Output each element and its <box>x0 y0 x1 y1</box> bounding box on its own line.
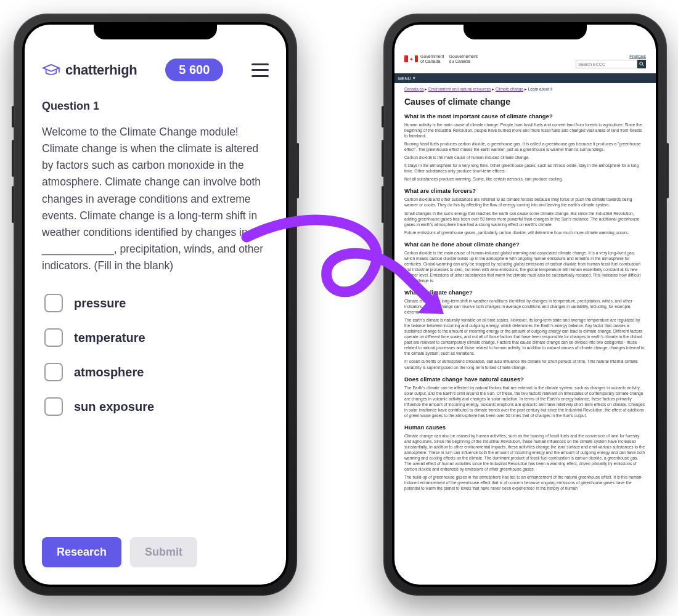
body-paragraph: Carbon dioxide is the main cause of huma… <box>404 250 646 283</box>
answer-option[interactable]: sun exposure <box>42 392 269 421</box>
section-heading: What are climate forcers? <box>404 187 646 194</box>
checkbox-icon[interactable] <box>44 328 63 347</box>
points-badge[interactable]: 5 600 <box>165 59 223 81</box>
body-paragraph: Carbon dioxide is the main cause of huma… <box>404 155 646 160</box>
body-paragraph: It stays in the atmosphere for a very lo… <box>404 163 646 174</box>
government-logo[interactable]: Government of Canada Gouvernement du Can… <box>404 54 478 63</box>
app-header: chatterhigh 5 600 <box>42 59 269 81</box>
brand-name: chatterhigh <box>65 62 137 78</box>
answer-option[interactable]: atmosphere <box>42 358 269 386</box>
search-button[interactable] <box>637 60 646 68</box>
section-heading: What is climate change? <box>404 289 646 296</box>
phone-side-button <box>12 140 14 177</box>
phone-notch <box>94 22 217 39</box>
question-text: Welcome to the Climate Change module! Cl… <box>42 124 269 274</box>
breadcrumb-link[interactable]: Climate change <box>496 87 523 91</box>
body-paragraph: Future emissions of greenhouse gases, pa… <box>404 230 646 235</box>
answer-option-label: sun exposure <box>74 400 154 414</box>
body-paragraph: Carbon dioxide and other substances are … <box>404 197 646 208</box>
phone-mockup-left: chatterhigh 5 600 Question 1 Welcome to … <box>14 14 297 596</box>
hamburger-menu-icon[interactable] <box>251 63 269 77</box>
language-toggle-link[interactable]: Français <box>576 54 646 59</box>
gov-name-en: Government of Canada <box>420 54 444 63</box>
phone-notch <box>464 22 587 39</box>
body-paragraph: Climate change is a long-term shift in w… <box>404 298 646 315</box>
phone-mockup-right: Government of Canada Gouvernement du Can… <box>383 14 667 596</box>
menu-label: MENU <box>398 76 411 81</box>
graduation-cap-icon <box>42 63 60 77</box>
checkbox-icon[interactable] <box>44 363 63 381</box>
gov-article-page: Government of Canada Gouvernement du Can… <box>394 25 656 585</box>
chevron-down-icon: ▾ <box>413 76 415 81</box>
section-heading: Does climate change have natural causes? <box>404 376 646 383</box>
body-paragraph: Climate change can also be caused by hum… <box>404 433 646 472</box>
body-paragraph: The earth's climate is naturally variabl… <box>404 317 646 356</box>
brand[interactable]: chatterhigh <box>42 62 137 78</box>
breadcrumb-link[interactable]: Environment and natural resources <box>428 87 491 91</box>
checkbox-icon[interactable] <box>44 397 63 416</box>
answer-option-label: pressure <box>74 296 126 310</box>
answer-option-label: temperature <box>74 331 145 345</box>
page-title: Causes of climate change <box>404 97 646 107</box>
breadcrumb-link[interactable]: Canada.ca <box>404 87 423 91</box>
phone-side-button <box>382 106 384 128</box>
body-paragraph: In ocean currents or atmospheric circula… <box>404 359 646 370</box>
body-paragraph: The Earth's climate can be affected by n… <box>404 385 646 418</box>
phone-side-button <box>666 143 669 198</box>
search-icon <box>639 62 644 67</box>
quiz-app-screen: chatterhigh 5 600 Question 1 Welcome to … <box>25 25 286 585</box>
research-button[interactable]: Research <box>42 537 121 567</box>
answer-options-list: pressure temperature atmosphere sun expo… <box>42 289 269 525</box>
body-paragraph: The build-up of greenhouse gases in the … <box>404 474 646 491</box>
section-heading: What can be done about climate change? <box>404 241 646 248</box>
body-paragraph: Burning fossil fuels produces carbon dio… <box>404 141 646 152</box>
body-paragraph: Small changes in the sun's energy that r… <box>404 211 646 227</box>
breadcrumb-current: Learn about it <box>528 87 553 91</box>
site-search <box>576 60 646 68</box>
question-number-label: Question 1 <box>42 100 269 113</box>
main-menu-bar[interactable]: MENU ▾ <box>394 73 656 83</box>
article-body: What is the most important cause of clim… <box>404 113 646 491</box>
search-input[interactable] <box>576 60 637 68</box>
phone-side-button <box>382 140 384 177</box>
section-heading: Human causes <box>404 424 646 431</box>
submit-button[interactable]: Submit <box>130 537 197 567</box>
answer-option[interactable]: temperature <box>42 323 269 352</box>
svg-line-2 <box>642 65 643 66</box>
checkbox-icon[interactable] <box>44 294 63 312</box>
phone-side-button <box>296 143 299 198</box>
section-heading: What is the most important cause of clim… <box>404 113 646 120</box>
answer-option-label: atmosphere <box>74 365 144 379</box>
svg-point-1 <box>640 62 643 65</box>
phone-side-button <box>382 186 384 223</box>
body-paragraph: Not all substances produce warming. Some… <box>404 176 646 182</box>
gov-name-fr: Gouvernement du Canada <box>449 54 478 63</box>
breadcrumb: Canada.ca ▸ Environment and natural reso… <box>404 87 646 92</box>
action-button-row: Research Submit <box>42 537 269 567</box>
answer-option[interactable]: pressure <box>42 289 269 317</box>
body-paragraph: Human activity is the main cause of clim… <box>404 122 646 139</box>
canada-flag-icon <box>404 55 418 62</box>
phone-side-button <box>12 106 14 128</box>
phone-side-button <box>12 186 14 223</box>
